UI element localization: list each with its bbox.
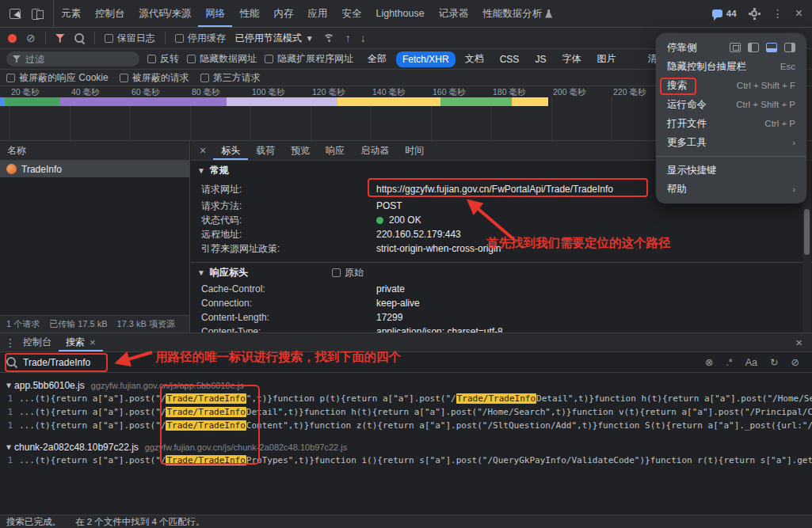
throttling-select[interactable]: 已停用节流模式 ▼: [235, 32, 314, 45]
search-menu-label: 搜索: [667, 79, 687, 93]
drawer-menu-icon[interactable]: ⋮: [5, 337, 16, 348]
hide-extension-urls-checkbox[interactable]: 隐藏扩展程序网址: [265, 52, 353, 66]
menu-item-run-command[interactable]: 运行命令 Ctrl + Shift + P: [656, 95, 806, 114]
request-row-tradeinfo[interactable]: TradeInfo: [0, 161, 189, 177]
blocked-requests-checkbox[interactable]: 被屏蔽的请求: [120, 71, 189, 85]
tab-console[interactable]: 控制台: [88, 0, 132, 27]
header-row-remote-address: 远程地址: 220.160.52.179:443: [191, 227, 812, 241]
filter-funnel-icon: [13, 55, 21, 63]
refresh-search-icon[interactable]: ↻: [770, 356, 778, 368]
search-match-row[interactable]: 1 ...(t){return a["a"].post("/Trade/Trad…: [0, 419, 812, 432]
filter-pill-font[interactable]: 字体: [555, 50, 587, 68]
tab-application[interactable]: 应用: [300, 0, 334, 27]
filter-pill-all[interactable]: 全部: [361, 50, 393, 68]
header-key: 远程地址:: [201, 228, 376, 241]
tab-elements[interactable]: 元素: [54, 0, 88, 27]
dock-bottom-icon[interactable]: [766, 43, 777, 52]
submenu-arrow-icon: ›: [792, 184, 795, 194]
menu-item-open-file[interactable]: 打开文件 Ctrl + P: [656, 114, 806, 133]
search-match-row[interactable]: 1 ...(t){return a["a"].post("/Trade/Trad…: [0, 392, 812, 405]
inspect-element-icon[interactable]: [10, 9, 21, 19]
tab-network[interactable]: 网络: [198, 0, 232, 27]
menu-item-hide-drawer[interactable]: 隐藏控制台抽屉栏 Esc: [656, 57, 806, 76]
filter-pill-img[interactable]: 图片: [590, 50, 622, 68]
filter-funnel-icon[interactable]: [55, 34, 65, 43]
tab-timing[interactable]: 时间: [397, 141, 432, 160]
filter-pill-doc[interactable]: 文档: [459, 50, 490, 68]
tab-memory[interactable]: 内存: [266, 0, 300, 27]
checkbox-box: [120, 74, 128, 82]
menu-item-more-tools[interactable]: 更多工具 ›: [656, 133, 806, 152]
checkbox-box: [105, 34, 113, 43]
search-match-row[interactable]: 1 ...(t){return a["a"].post("/Trade/Trad…: [0, 405, 812, 419]
tab-performance-insights[interactable]: 性能数据分析: [475, 0, 559, 27]
kebab-menu-icon[interactable]: ⋮: [772, 8, 783, 19]
tab-sources[interactable]: 源代码/来源: [132, 0, 199, 27]
header-key: 引荐来源网址政策:: [201, 242, 376, 256]
undock-icon[interactable]: [730, 43, 741, 52]
panel-tabs: 元素 控制台 源代码/来源 网络 性能 内存 应用 安全 Lighthouse …: [54, 0, 559, 27]
menu-item-shortcuts[interactable]: 显示快捷键: [656, 161, 806, 180]
raw-headers-checkbox[interactable]: 原始: [332, 266, 364, 279]
clear-input-icon[interactable]: ⊗: [705, 356, 713, 368]
record-network-log-button[interactable]: [8, 34, 17, 43]
close-details-icon[interactable]: ×: [193, 144, 213, 157]
filter-pill-css[interactable]: CSS: [494, 51, 526, 67]
tab-response[interactable]: 响应: [318, 141, 353, 160]
search-result-file[interactable]: ▼ app.5bb6010e.js ggzyfw.fujian.gov.cn/j…: [0, 378, 812, 392]
menu-item-help[interactable]: 帮助 ›: [656, 180, 806, 199]
clear-network-log-icon[interactable]: ⊘: [26, 32, 36, 44]
response-headers-section-header[interactable]: ▼ 响应标头 原始: [191, 263, 812, 282]
scrollbar-thumb[interactable]: [804, 209, 810, 255]
tab-lighthouse[interactable]: Lighthouse: [368, 0, 431, 27]
response-headers-title: 响应标头: [210, 266, 248, 279]
close-drawer-icon[interactable]: ×: [795, 336, 812, 349]
tab-preview[interactable]: 预览: [283, 141, 318, 160]
invert-filter-checkbox[interactable]: 反转: [147, 52, 179, 66]
tab-initiator[interactable]: 启动器: [353, 141, 397, 160]
search-network-icon[interactable]: [74, 33, 85, 44]
network-conditions-icon[interactable]: [323, 33, 336, 44]
search-result-file[interactable]: ▼ chunk-2a082c48.10b97c22.js ggzyfw.fuji…: [0, 440, 812, 454]
blocked-cookies-checkbox[interactable]: 被屏蔽的响应 Cookie: [6, 71, 109, 85]
issues-count: 44: [726, 9, 737, 18]
device-toolbar-icon[interactable]: [32, 9, 44, 19]
issues-counter[interactable]: 44: [712, 9, 737, 18]
regex-toggle[interactable]: .*: [726, 357, 732, 368]
dock-left-icon[interactable]: [748, 43, 759, 52]
import-har-icon[interactable]: ↑: [345, 32, 351, 44]
tab-payload[interactable]: 载荷: [248, 141, 283, 160]
filter-pill-media[interactable]: [625, 57, 638, 62]
menu-item-dock-side: 停靠侧: [656, 38, 806, 57]
header-key: Cache-Control:: [201, 283, 376, 294]
export-har-icon[interactable]: ↓: [360, 32, 366, 44]
preserve-log-checkbox[interactable]: 保留日志: [105, 32, 155, 45]
tab-recorder[interactable]: 记录器: [432, 0, 476, 27]
dock-right-icon[interactable]: [784, 43, 795, 52]
request-table-name-header[interactable]: 名称: [0, 141, 189, 161]
clear-search-icon[interactable]: ⊘: [791, 356, 799, 368]
header-row-connection: Connection: keep-alive: [191, 296, 812, 310]
settings-gear-icon[interactable]: [749, 8, 761, 20]
tab-security[interactable]: 安全: [334, 0, 368, 27]
tab-performance[interactable]: 性能: [232, 0, 266, 27]
third-party-checkbox[interactable]: 第三方请求: [200, 71, 261, 85]
match-case-toggle[interactable]: Aa: [745, 357, 757, 368]
close-search-tab-icon[interactable]: ×: [90, 336, 96, 348]
search-match-row[interactable]: 1 ...(t){return s["a"].post("/Trade/Trad…: [0, 454, 812, 467]
disable-cache-checkbox[interactable]: 停用缓存: [175, 32, 226, 45]
tab-headers[interactable]: 标头: [213, 141, 248, 160]
filter-pill-fetch-xhr[interactable]: Fetch/XHR: [396, 51, 456, 67]
filter-pill-js[interactable]: JS: [528, 51, 552, 67]
menu-item-search[interactable]: 搜索 Ctrl + Shift + F: [656, 76, 806, 95]
shortcuts-label: 显示快捷键: [667, 164, 717, 177]
close-devtools-icon[interactable]: ×: [795, 7, 802, 20]
result-file-url: ggzyfw.fujian.gov.cn/js/app.5bb6010e.js: [91, 381, 244, 390]
network-filter-input[interactable]: [25, 54, 120, 65]
search-query-input[interactable]: [23, 357, 229, 368]
network-summary-bar: 1 个请求 已传输 17.5 kB 17.3 kB 项资源: [0, 315, 189, 332]
drawer-tab-search[interactable]: 搜索 ×: [59, 333, 103, 351]
hide-data-urls-checkbox[interactable]: 隐藏数据网址: [187, 52, 257, 66]
search-summary-text: 在 2 个文件中找到 4 个匹配行。: [75, 516, 205, 528]
drawer-tab-console[interactable]: 控制台: [16, 333, 59, 351]
